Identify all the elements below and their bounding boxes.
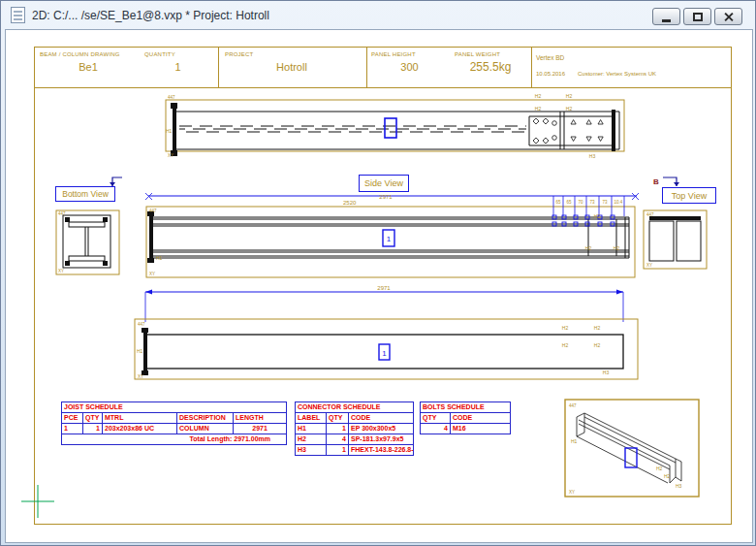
titleblock-separator (531, 48, 532, 87)
field-value-panel-height: 300 (368, 61, 451, 73)
col-header: PCE (62, 413, 83, 424)
title-bar[interactable]: 2D: C:/... /se/SE_Be1@8.vxp * Project: H… (1, 1, 755, 29)
drawing-canvas[interactable]: BEAM / COLUMN DRAWING Be1 QUANTITY 1 PRO… (5, 29, 753, 543)
tag-h1: H1 (571, 438, 578, 444)
date-text: 10.05.2016 (536, 71, 565, 77)
col-header: QTY (421, 413, 451, 424)
tag-h1: H1 (166, 128, 173, 134)
dim-right: 65 (566, 200, 572, 205)
col-header: MTRL (103, 413, 177, 424)
minimize-button[interactable] (652, 8, 680, 25)
field-label-quantity: QUANTITY (144, 51, 175, 57)
top-section-drawing: 447 XY (641, 208, 710, 272)
tag-h2: H2 (585, 245, 592, 251)
part-tag: 1 (387, 235, 392, 243)
corner-mark: 447 (58, 211, 66, 216)
field-label-panel-weight: PANEL WEIGHT (455, 51, 500, 57)
joist-schedule-title: JOIST SCHEDULE (62, 402, 287, 413)
tag-h1: H1 (137, 348, 143, 354)
tag-h3: H3 (589, 153, 596, 159)
cell-description: COLUMN (177, 424, 234, 434)
field-label-drawing: BEAM / COLUMN DRAWING (40, 51, 120, 57)
col-header: CODE (451, 413, 511, 424)
bottom-plan-drawing: 2971 1 H1 H2 H2 H2 H2 H3 447 (129, 281, 643, 382)
dim-side-gold: 2520 (343, 200, 357, 206)
cell-mtrl: 203x203x86 UC (103, 424, 177, 434)
tag-h2: H2 (535, 106, 542, 112)
cell-code: SP-181.3x97.9x5 (349, 434, 414, 445)
crosshair-cursor (21, 485, 54, 518)
titleblock-bottom-rule (35, 87, 731, 88)
cell-length: 2971 (234, 424, 287, 434)
side-view-label: Side View (359, 175, 409, 192)
corner-mark: 447 (646, 212, 654, 217)
table-row: H1 1 EP 300x300x5 (296, 424, 414, 434)
drawing-sheet: BEAM / COLUMN DRAWING Be1 QUANTITY 1 PRO… (34, 47, 732, 525)
cell-qty: 1 (327, 424, 349, 434)
dim-right: 73 (589, 200, 595, 205)
table-row: H3 1 FHEXT-143.8-226.8-5 (296, 445, 414, 456)
dim-right: 70 (578, 200, 583, 205)
dim-side-hidden: 2971 (379, 194, 393, 200)
selection-box-plan[interactable] (385, 118, 396, 138)
field-value-panel-weight: 255.5kg (450, 60, 531, 74)
tag-h2: H2 (566, 106, 573, 112)
tag-h2: H2 (562, 325, 569, 331)
corner-mark: XY (149, 272, 155, 276)
bolts-schedule-title: BOLTS SCHEDULE (421, 402, 511, 413)
col-header: LENGTH (234, 413, 287, 424)
cell-code: FHEXT-143.8-226.8-5 (349, 445, 414, 456)
dim-right: 65 (555, 200, 561, 205)
joist-total-length: Total Length: 2971.00mm (62, 434, 287, 445)
corner-mark: XY (646, 263, 652, 268)
field-value-project: Hotroll (219, 61, 364, 73)
corner-mark: 447 (168, 95, 175, 100)
cell-label: H1 (296, 424, 327, 434)
cell-qty: 4 (327, 434, 349, 445)
cell-pce: 1 (62, 424, 83, 434)
corner-mark: 447 (138, 322, 145, 327)
field-value-drawing: Be1 (35, 61, 142, 73)
cell-qty: 1 (83, 424, 103, 434)
col-header: LABEL (296, 413, 327, 424)
cell-code: EP 300x300x5 (349, 424, 414, 434)
tag-h1: H1 (156, 255, 163, 261)
tag-h3: H3 (676, 483, 682, 489)
field-label-project: PROJECT (225, 51, 253, 57)
cell-code: M16 (451, 424, 511, 434)
joist-schedule-table: JOIST SCHEDULE PCE QTY MTRL DESCRIPTION … (61, 401, 287, 445)
restore-button[interactable] (683, 8, 711, 25)
close-icon (723, 12, 734, 22)
brand-text: Vertex BD (536, 54, 564, 61)
field-label-panel-height: PANEL HEIGHT (371, 51, 416, 57)
bottom-section-drawing: 447 XY (54, 208, 122, 277)
app-icon (11, 7, 25, 23)
corner-mark: 447 (569, 403, 577, 408)
cell-qty: 1 (327, 445, 349, 456)
col-header: QTY (327, 413, 349, 424)
col-header: QTY (83, 413, 103, 424)
plan-view-drawing: 447 XY H1 H2 H2 H2 H2 H3 (164, 91, 626, 161)
field-value-quantity: 1 (142, 61, 214, 73)
tag-h2: H2 (664, 473, 671, 479)
iso-view-drawing: H1 H2 H2 H3 447 XY (561, 394, 705, 502)
tag-h2: H2 (562, 342, 569, 348)
window-title: 2D: C:/... /se/SE_Be1@8.vxp * Project: H… (32, 9, 269, 22)
close-button[interactable] (714, 8, 742, 25)
cell-label: H3 (296, 445, 327, 456)
col-header: DESCRIPTION (177, 413, 234, 424)
top-view-label: Top View (662, 187, 716, 204)
tag-h2: H2 (594, 213, 601, 219)
tag-h2: H2 (656, 466, 663, 471)
minimize-icon (662, 19, 671, 22)
corner-mark: XY (58, 269, 64, 273)
cell-qty: 4 (421, 424, 451, 434)
tag-h2: H2 (566, 93, 573, 99)
window-controls (652, 8, 742, 25)
corner-mark: 447 (149, 209, 157, 213)
dim-overall: 2971 (377, 285, 391, 291)
table-row: 4 M16 (421, 424, 511, 434)
col-header: CODE (349, 413, 414, 424)
titleblock-separator (366, 48, 367, 87)
cell-label: H2 (296, 434, 327, 445)
